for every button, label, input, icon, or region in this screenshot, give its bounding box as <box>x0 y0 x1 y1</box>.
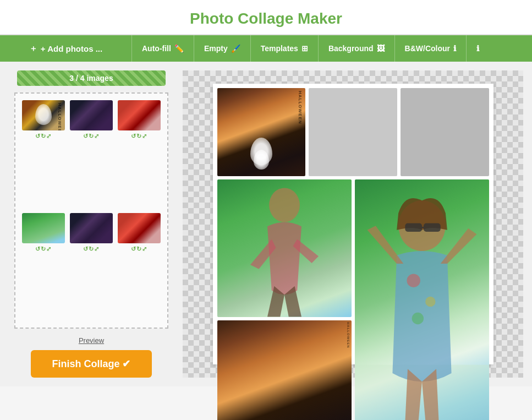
thumb-controls-5[interactable]: ↺↻⤢ <box>83 246 100 253</box>
collage-cell-6[interactable]: HALLOWEEN <box>217 320 352 420</box>
background-label: Background <box>328 44 374 53</box>
templates-icon: ⊞ <box>301 44 308 53</box>
svg-point-9 <box>425 297 435 307</box>
empty-icon: 🖌️ <box>231 44 240 53</box>
autofill-icon: ✏️ <box>174 44 184 53</box>
svg-point-10 <box>412 313 423 324</box>
toolbar: ＋ + Add photos ... Auto-fill ✏️ Empty 🖌️… <box>0 35 532 62</box>
collage-cell-4[interactable] <box>217 179 352 317</box>
svg-point-1 <box>269 188 300 222</box>
thumbnail-6[interactable] <box>118 213 161 243</box>
autofill-button[interactable]: Auto-fill ✏️ <box>132 35 194 62</box>
background-button[interactable]: Background 🖼 <box>319 35 395 62</box>
svg-rect-6 <box>424 223 441 232</box>
svg-rect-5 <box>405 223 422 232</box>
collage-cell-2[interactable] <box>309 88 397 176</box>
collage-col-left: HALLOWEEN <box>217 179 352 420</box>
thumbnail-1[interactable]: HALLOWEEN <box>22 100 65 130</box>
thumb-controls-6[interactable]: ↺↻⤢ <box>131 246 147 253</box>
preview-link[interactable]: Preview <box>79 336 104 345</box>
page-header: Photo Collage Maker <box>0 0 532 35</box>
collage-rows-23: HALLOWEEN <box>217 179 489 360</box>
empty-button[interactable]: Empty 🖌️ <box>194 35 251 62</box>
finish-collage-button[interactable]: Finish Collage ✔ <box>31 350 152 378</box>
thumb-controls-4[interactable]: ↺↻⤢ <box>35 246 52 253</box>
collage-cell-3[interactable] <box>401 88 489 176</box>
bw-colour-icon: ℹ <box>453 44 456 53</box>
add-photos-label: + Add photos ... <box>41 44 102 53</box>
list-item: ↺↻⤢ <box>117 213 161 321</box>
add-icon: ＋ <box>29 43 37 54</box>
autofill-label: Auto-fill <box>142 44 171 53</box>
info-button[interactable]: ℹ <box>467 35 489 62</box>
bw-colour-label: B&W/Colour <box>405 44 450 53</box>
left-panel: 3 / 4 images HALLOWEEN ↺↻⤢ ↺↻⤢ ↺↻⤢ <box>9 70 174 378</box>
page-title: Photo Collage Maker <box>0 10 532 28</box>
collage-row-1: HALLOWEEN <box>217 88 489 176</box>
templates-button[interactable]: Templates ⊞ <box>251 35 319 62</box>
main-content: 3 / 4 images HALLOWEEN ↺↻⤢ ↺↻⤢ ↺↻⤢ <box>0 62 532 386</box>
thumbnail-5[interactable] <box>70 213 113 243</box>
thumb-controls-3[interactable]: ↺↻⤢ <box>131 133 147 140</box>
list-item: HALLOWEEN ↺↻⤢ <box>22 100 65 209</box>
info-icon: ℹ <box>476 44 479 53</box>
templates-label: Templates <box>261 44 298 53</box>
bw-colour-button[interactable]: B&W/Colour ℹ <box>395 35 467 62</box>
list-item: ↺↻⤢ <box>70 213 113 321</box>
collage-cell-1[interactable]: HALLOWEEN <box>217 88 306 176</box>
list-item: ↺↻⤢ <box>22 213 65 321</box>
thumbnails-container: HALLOWEEN ↺↻⤢ ↺↻⤢ ↺↻⤢ ↺↻⤢ ↺↻⤢ <box>14 92 168 329</box>
images-count-badge: 3 / 4 images <box>17 70 166 86</box>
list-item: ↺↻⤢ <box>70 100 113 209</box>
thumb-controls-2[interactable]: ↺↻⤢ <box>83 133 100 140</box>
thumbnail-2[interactable] <box>70 100 113 130</box>
collage-area: HALLOWEEN <box>183 70 523 378</box>
svg-point-8 <box>407 274 420 287</box>
collage-canvas: HALLOWEEN <box>213 84 493 364</box>
empty-label: Empty <box>204 44 228 53</box>
list-item: ↺↻⤢ <box>117 100 161 209</box>
thumbnail-4[interactable] <box>22 213 65 243</box>
thumb-controls-1[interactable]: ↺↻⤢ <box>35 133 52 140</box>
background-icon: 🖼 <box>377 44 385 53</box>
add-photos-button[interactable]: ＋ + Add photos ... <box>0 35 132 62</box>
thumbnail-3[interactable] <box>118 100 161 130</box>
collage-cell-5[interactable] <box>355 179 489 420</box>
